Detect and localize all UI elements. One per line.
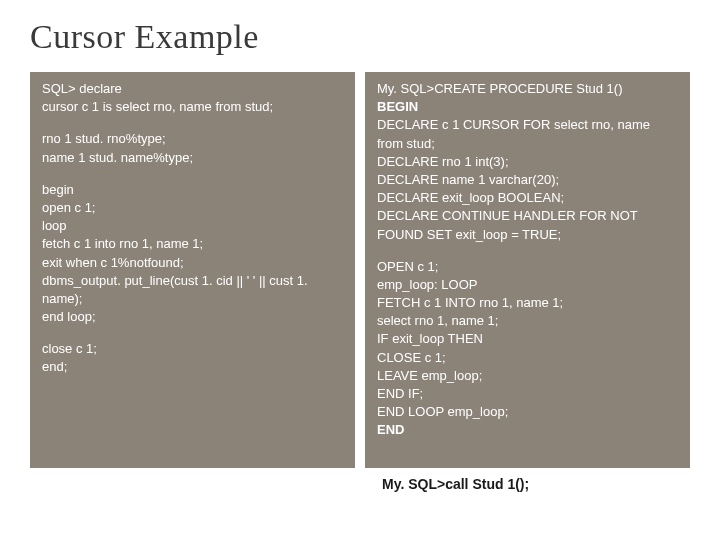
code-line: My. SQL>CREATE PROCEDURE Stud 1()	[377, 80, 678, 98]
code-line: loop	[42, 217, 343, 235]
code-line: emp_loop: LOOP	[377, 276, 678, 294]
code-block-declare: SQL> declare cursor c 1 is select rno, n…	[42, 80, 343, 116]
code-line: open c 1;	[42, 199, 343, 217]
slide: Cursor Example SQL> declare cursor c 1 i…	[0, 0, 720, 540]
columns: SQL> declare cursor c 1 is select rno, n…	[30, 72, 690, 468]
code-line: LEAVE emp_loop;	[377, 367, 678, 385]
code-line: END LOOP emp_loop;	[377, 403, 678, 421]
left-column: SQL> declare cursor c 1 is select rno, n…	[30, 72, 355, 468]
code-line: fetch c 1 into rno 1, name 1;	[42, 235, 343, 253]
code-line-bold: END	[377, 421, 678, 439]
code-line: select rno 1, name 1;	[377, 312, 678, 330]
code-line: end loop;	[42, 308, 343, 326]
code-line: dbms_output. put_line(cust 1. cid || ' '…	[42, 272, 343, 308]
code-line: DECLARE CONTINUE HANDLER FOR NOT FOUND S…	[377, 207, 678, 243]
code-block-proc-body: OPEN c 1; emp_loop: LOOP FETCH c 1 INTO …	[377, 258, 678, 440]
code-line: exit when c 1%notfound;	[42, 254, 343, 272]
code-block-proc-head: My. SQL>CREATE PROCEDURE Stud 1() BEGIN …	[377, 80, 678, 244]
code-line: FETCH c 1 INTO rno 1, name 1;	[377, 294, 678, 312]
code-line: name 1 stud. name%type;	[42, 149, 343, 167]
code-line: END IF;	[377, 385, 678, 403]
slide-title: Cursor Example	[30, 18, 690, 56]
code-line: end;	[42, 358, 343, 376]
code-line: CLOSE c 1;	[377, 349, 678, 367]
code-line: SQL> declare	[42, 80, 343, 98]
code-block-begin: begin open c 1; loop fetch c 1 into rno …	[42, 181, 343, 327]
code-line: rno 1 stud. rno%type;	[42, 130, 343, 148]
code-line: cursor c 1 is select rno, name from stud…	[42, 98, 343, 116]
code-block-close: close c 1; end;	[42, 340, 343, 376]
right-column: My. SQL>CREATE PROCEDURE Stud 1() BEGIN …	[365, 72, 690, 468]
code-line: OPEN c 1;	[377, 258, 678, 276]
code-line: DECLARE rno 1 int(3);	[377, 153, 678, 171]
code-line: IF exit_loop THEN	[377, 330, 678, 348]
code-line: close c 1;	[42, 340, 343, 358]
code-line: DECLARE name 1 varchar(20);	[377, 171, 678, 189]
code-line: DECLARE exit_loop BOOLEAN;	[377, 189, 678, 207]
code-line: begin	[42, 181, 343, 199]
code-block-types: rno 1 stud. rno%type; name 1 stud. name%…	[42, 130, 343, 166]
code-line-bold: BEGIN	[377, 98, 678, 116]
footer-call: My. SQL>call Stud 1();	[30, 476, 690, 492]
code-line: DECLARE c 1 CURSOR FOR select rno, name …	[377, 116, 678, 152]
